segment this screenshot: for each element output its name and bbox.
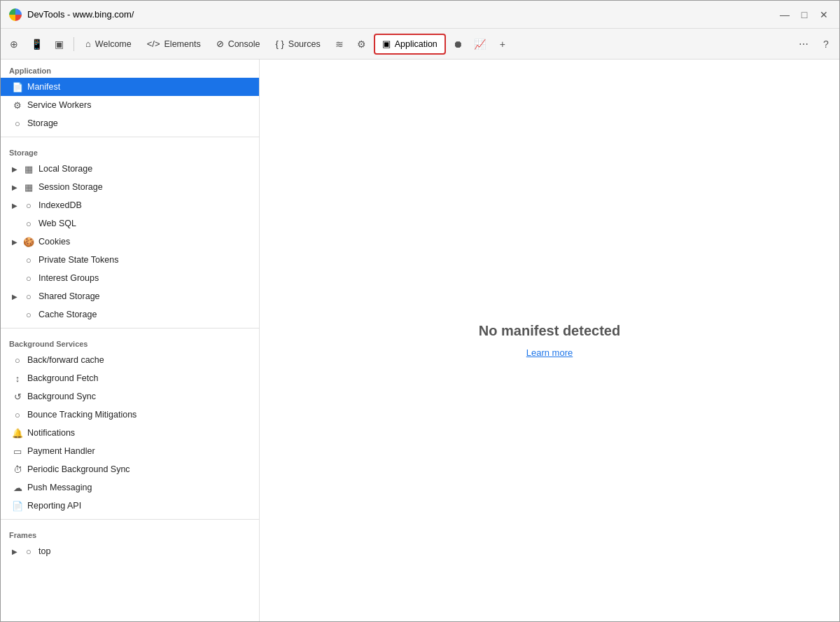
panel-layout-button[interactable]: ▣ <box>48 34 69 55</box>
close-button[interactable]: ✕ <box>817 8 831 22</box>
periodic-sync-icon: ⏱ <box>12 464 23 475</box>
frame-top-expand-icon: ▶ <box>12 548 19 555</box>
tab-console[interactable]: ⊘ Console <box>209 34 267 55</box>
frame-top-label: top <box>38 546 50 556</box>
cache-storage-label: Cache Storage <box>38 310 97 319</box>
tab-sources[interactable]: { } Sources <box>269 34 328 55</box>
sidebar-item-local-storage[interactable]: ▶ ▦ Local Storage <box>1 160 259 178</box>
tab-sources-label: Sources <box>288 39 321 49</box>
storage-section-label: Storage <box>1 141 259 160</box>
sidebar-item-cache-storage[interactable]: ▶ ○ Cache Storage <box>1 305 259 324</box>
tab-network[interactable]: ≋ <box>329 34 350 55</box>
learn-more-link[interactable]: Learn more <box>526 347 573 358</box>
backforward-cache-icon: ○ <box>12 355 23 366</box>
sidebar-item-indexeddb[interactable]: ▶ ○ IndexedDB <box>1 196 259 214</box>
content-area: No manifest detected Learn more <box>260 60 839 621</box>
welcome-icon: ⌂ <box>85 39 91 49</box>
window-title: DevTools - www.bing.com/ <box>27 9 134 20</box>
sources-icon: { } <box>276 39 284 49</box>
background-fetch-icon: ↕ <box>12 373 23 384</box>
frames-section-label: Frames <box>1 524 259 542</box>
tab-application-label: Application <box>395 39 438 49</box>
payment-handler-icon: ▭ <box>12 446 23 457</box>
private-state-icon: ○ <box>23 255 34 265</box>
interest-groups-icon: ○ <box>23 273 34 284</box>
web-sql-label: Web SQL <box>38 219 76 228</box>
minimize-button[interactable]: — <box>778 8 792 22</box>
indexeddb-expand-icon: ▶ <box>12 202 19 209</box>
toolbar: ⊕ 📱 ▣ ⌂ Welcome </> Elements ⊘ Console {… <box>1 29 839 60</box>
sidebar-item-frame-top[interactable]: ▶ ○ top <box>1 542 259 560</box>
tab-performance[interactable]: ⚙ <box>351 34 372 55</box>
sidebar-item-push-messaging[interactable]: ☁ Push Messaging <box>1 478 259 497</box>
elements-icon: </> <box>147 39 160 49</box>
reporting-api-icon: 📄 <box>12 501 23 511</box>
notifications-icon: 🔔 <box>12 428 23 438</box>
sidebar-item-shared-storage[interactable]: ▶ ○ Shared Storage <box>1 287 259 305</box>
tab-elements[interactable]: </> Elements <box>140 34 208 55</box>
background-fetch-label: Background Fetch <box>27 373 98 383</box>
sidebar-item-background-sync[interactable]: ↺ Background Sync <box>1 387 259 406</box>
push-messaging-icon: ☁ <box>12 483 23 493</box>
frame-top-icon: ○ <box>23 546 34 557</box>
no-manifest-title: No manifest detected <box>479 323 620 339</box>
sidebar-item-private-state-tokens[interactable]: ▶ ○ Private State Tokens <box>1 251 259 269</box>
sidebar-item-periodic-background-sync[interactable]: ⏱ Periodic Background Sync <box>1 460 259 478</box>
sidebar-item-interest-groups[interactable]: ▶ ○ Interest Groups <box>1 269 259 287</box>
storage-app-icon: ○ <box>12 118 23 129</box>
devtools-window: DevTools - www.bing.com/ — □ ✕ ⊕ 📱 ▣ ⌂ W… <box>0 0 840 622</box>
tab-console-label: Console <box>228 39 260 49</box>
background-sync-icon: ↺ <box>12 392 23 402</box>
sidebar-item-service-workers[interactable]: ⚙ Service Workers <box>1 96 259 114</box>
private-state-label: Private State Tokens <box>38 255 118 265</box>
more-options-button[interactable]: ⋯ <box>793 34 814 55</box>
tab-performance-monitor[interactable]: 📈 <box>470 34 491 55</box>
sidebar-item-notifications[interactable]: 🔔 Notifications <box>1 424 259 442</box>
push-messaging-label: Push Messaging <box>27 483 92 492</box>
tab-recorder[interactable]: ⏺ <box>447 34 468 55</box>
background-services-section-label: Background Services <box>1 333 259 351</box>
cache-storage-icon: ○ <box>23 310 34 320</box>
sidebar-item-session-storage[interactable]: ▶ ▦ Session Storage <box>1 178 259 196</box>
divider-3 <box>1 519 259 520</box>
indexeddb-icon: ○ <box>23 200 34 211</box>
service-workers-label: Service Workers <box>27 100 91 110</box>
periodic-sync-label: Periodic Background Sync <box>27 464 130 474</box>
inspect-toggle-button[interactable]: ⊕ <box>4 34 24 55</box>
shared-storage-label: Shared Storage <box>38 291 100 301</box>
notifications-label: Notifications <box>27 428 75 438</box>
sidebar-item-backforward-cache[interactable]: ○ Back/forward cache <box>1 351 259 369</box>
sidebar-item-payment-handler[interactable]: ▭ Payment Handler <box>1 442 259 460</box>
cookies-icon: 🍪 <box>23 237 34 247</box>
manifest-label: Manifest <box>27 82 60 92</box>
main-area: Application 📄 Manifest ⚙ Service Workers… <box>1 60 839 621</box>
sidebar-item-storage-app[interactable]: ○ Storage <box>1 114 259 132</box>
sidebar-item-cookies[interactable]: ▶ 🍪 Cookies <box>1 233 259 251</box>
shared-storage-expand-icon: ▶ <box>12 293 19 300</box>
sidebar-item-background-fetch[interactable]: ↕ Background Fetch <box>1 369 259 387</box>
tab-elements-label: Elements <box>164 39 201 49</box>
device-emulation-button[interactable]: 📱 <box>26 34 47 55</box>
console-icon: ⊘ <box>216 39 224 49</box>
help-button[interactable]: ? <box>816 34 836 55</box>
sidebar-item-manifest[interactable]: 📄 Manifest <box>1 78 259 96</box>
divider-2 <box>1 328 259 329</box>
sidebar-item-bounce-tracking[interactable]: ○ Bounce Tracking Mitigations <box>1 406 259 424</box>
indexeddb-label: IndexedDB <box>38 200 82 210</box>
backforward-cache-label: Back/forward cache <box>27 355 104 365</box>
sidebar-item-web-sql[interactable]: ▶ ○ Web SQL <box>1 214 259 233</box>
sidebar-item-reporting-api[interactable]: 📄 Reporting API <box>1 497 259 515</box>
local-storage-label: Local Storage <box>38 164 92 174</box>
cookies-expand-icon: ▶ <box>12 238 19 246</box>
toolbar-separator-1 <box>74 37 74 51</box>
title-bar: DevTools - www.bing.com/ — □ ✕ <box>1 1 839 29</box>
background-sync-label: Background Sync <box>27 392 96 401</box>
maximize-button[interactable]: □ <box>797 8 811 22</box>
tab-welcome[interactable]: ⌂ Welcome <box>78 34 139 55</box>
interest-groups-label: Interest Groups <box>38 273 99 283</box>
tab-application[interactable]: ▣ Application <box>374 34 446 55</box>
add-tab-button[interactable]: + <box>492 34 513 55</box>
reporting-api-label: Reporting API <box>27 501 81 511</box>
application-section-label: Application <box>1 60 259 78</box>
bounce-tracking-icon: ○ <box>12 410 23 420</box>
